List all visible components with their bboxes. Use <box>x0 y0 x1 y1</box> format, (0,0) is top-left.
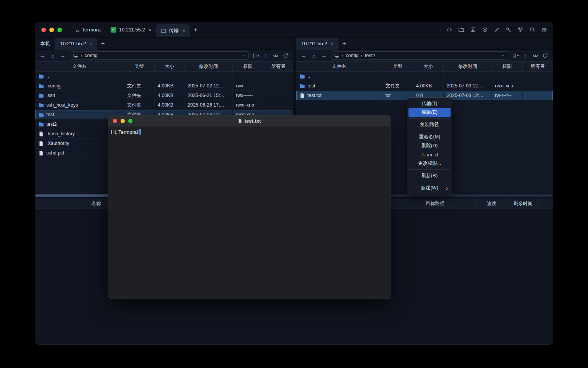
column-header[interactable]: 修改时间 <box>185 62 233 71</box>
close-tab-icon[interactable]: × <box>182 28 185 34</box>
minimize-window-button[interactable] <box>49 28 54 32</box>
folder-icon <box>299 83 305 89</box>
column-header[interactable]: 剩余时间 <box>508 199 538 209</box>
menu-item-rm-rf[interactable]: ⚠ rm -rf <box>408 150 451 159</box>
column-header[interactable]: 权限 <box>233 62 263 71</box>
file-perm: rwx------ <box>233 81 263 90</box>
refresh-button[interactable] <box>541 51 550 60</box>
minimize-window-button[interactable] <box>121 119 125 123</box>
record-icon[interactable] <box>481 26 488 33</box>
home-button[interactable]: ⌂ <box>309 51 318 60</box>
editor-content[interactable]: Hi, Termora! <box>108 127 390 137</box>
upload-button[interactable]: ↑ <box>521 51 530 60</box>
column-header[interactable]: 权限 <box>492 62 523 71</box>
menu-item-copy-path[interactable]: 复制路径 <box>408 120 451 129</box>
branch-icon[interactable] <box>517 26 524 33</box>
close-window-button[interactable] <box>113 119 117 123</box>
path-field[interactable]: › config <box>70 51 249 60</box>
column-header[interactable]: 所有者 <box>523 62 553 71</box>
column-header[interactable]: 文件名 <box>35 62 124 71</box>
table-row[interactable]: .config 文件夹 4.00KB 2025-07-02 12:... rwx… <box>35 81 293 91</box>
table-row[interactable]: ssh_host_keys 文件夹 4.00KB 2025-06-26 17:.… <box>35 100 293 110</box>
file-mtime: 2025-07-03 12:... <box>444 81 492 90</box>
menu-item-refresh[interactable]: 刷新(R) <box>408 171 451 180</box>
folder-icon <box>38 122 44 127</box>
menu-item-edit[interactable]: 编辑(E) <box>408 108 451 117</box>
bookmark-button[interactable]: ▾ <box>511 53 520 58</box>
close-window-button[interactable] <box>41 28 46 32</box>
tab-local[interactable]: 本机 <box>35 38 55 50</box>
path-segment[interactable]: test2 <box>365 53 375 58</box>
menu-separator <box>409 131 450 131</box>
new-pane-tab-button[interactable]: + <box>338 40 350 47</box>
zoom-window-button[interactable] <box>57 28 62 32</box>
code-icon[interactable] <box>446 26 452 33</box>
titlebar[interactable]: ⌂ Termora >_ 10.211.55.2 × 传输 × + <box>35 22 553 38</box>
key-icon[interactable] <box>505 26 512 33</box>
bookmark-icon <box>512 53 517 58</box>
column-header[interactable]: 文件名 <box>296 62 382 71</box>
file-owner <box>523 72 553 81</box>
log-icon[interactable] <box>469 26 476 33</box>
folder-icon[interactable] <box>457 26 464 33</box>
upload-button[interactable]: ↑ <box>261 51 270 60</box>
path-segment[interactable]: config <box>85 53 97 58</box>
search-icon[interactable] <box>529 26 536 33</box>
table-row[interactable]: test 文件夹 4.00KB 2025-07-03 12:... rwxr-x… <box>296 81 553 91</box>
tab-remote-right[interactable]: 10.211.55.2 × <box>296 38 338 50</box>
back-button[interactable]: ← <box>38 51 47 60</box>
new-pane-tab-button[interactable]: + <box>97 40 108 47</box>
menu-item-rename[interactable]: 重命名(M) <box>408 133 451 141</box>
column-header[interactable]: 大小 <box>155 62 185 71</box>
bookmark-button[interactable]: ▾ <box>252 53 260 58</box>
zoom-window-button[interactable] <box>128 119 132 123</box>
close-tab-icon[interactable]: × <box>149 27 152 33</box>
file-icon <box>38 150 44 156</box>
forward-button[interactable]: → <box>58 51 67 60</box>
edit-icon[interactable] <box>493 26 500 33</box>
column-header[interactable]: 修改时间 <box>444 62 492 71</box>
back-button[interactable]: ← <box>299 51 309 60</box>
table-row[interactable]: .. <box>35 72 293 81</box>
editor-titlebar[interactable]: test.txt <box>108 115 390 127</box>
file-type: 文件夹 <box>124 100 155 110</box>
column-header[interactable]: 类型 <box>124 62 155 71</box>
column-header[interactable]: 大小 <box>413 62 444 71</box>
tab-label: 10.211.55.2 <box>301 41 327 46</box>
show-hidden-button[interactable] <box>531 51 540 60</box>
path-field[interactable]: › config › test2 <box>331 51 508 60</box>
file-owner <box>523 81 553 90</box>
file-type: 文件夹 <box>124 81 155 90</box>
tab-remote-left[interactable]: 10.211.55.2 × <box>55 38 97 50</box>
home-button[interactable]: ⌂ <box>48 51 57 60</box>
left-toolbar: ← ⌂ → › config ▾ ↑ <box>35 50 293 61</box>
tab-transfer[interactable]: 传输 × <box>156 24 190 37</box>
bookmark-caret-icon: ▾ <box>258 54 259 58</box>
tab-ssh-session[interactable]: >_ 10.211.55.2 × <box>106 22 156 38</box>
menu-item-label: rm -rf <box>426 152 438 158</box>
close-tab-icon[interactable]: × <box>331 41 334 46</box>
right-pane-tabs: 10.211.55.2 × + <box>296 38 553 50</box>
app-home-tab[interactable]: ⌂ Termora <box>70 22 106 38</box>
new-tab-button[interactable]: + <box>190 22 201 38</box>
menu-item-change-permissions[interactable]: 更改权限... <box>408 159 451 168</box>
chevron-down-icon[interactable] <box>501 53 505 58</box>
menu-item-transfer[interactable]: 传输(T) <box>408 99 451 108</box>
show-hidden-button[interactable] <box>271 51 280 60</box>
column-header[interactable]: 目标路径 <box>395 199 475 209</box>
column-header[interactable]: 类型 <box>382 62 413 71</box>
refresh-button[interactable] <box>281 51 290 60</box>
chevron-down-icon[interactable] <box>241 53 246 58</box>
column-header[interactable]: 速度 <box>475 199 508 209</box>
path-segment[interactable]: config <box>346 53 358 58</box>
menu-item-delete[interactable]: 删除(D) <box>408 141 451 150</box>
close-tab-icon[interactable]: × <box>90 41 93 46</box>
menu-item-new[interactable]: 新建(W) › <box>408 184 451 192</box>
right-toolbar: ← ⌂ → › config › test2 ▾ ↑ <box>296 50 553 61</box>
table-row[interactable]: .ssh 文件夹 4.00KB 2025-06-21 15:... rwx---… <box>35 91 293 100</box>
tab-label: 10.211.55.2 <box>119 27 145 33</box>
settings-icon[interactable] <box>541 26 547 33</box>
table-row[interactable]: .. <box>296 72 553 81</box>
column-header[interactable]: 所有者 <box>263 62 293 71</box>
forward-button[interactable]: → <box>319 51 328 60</box>
